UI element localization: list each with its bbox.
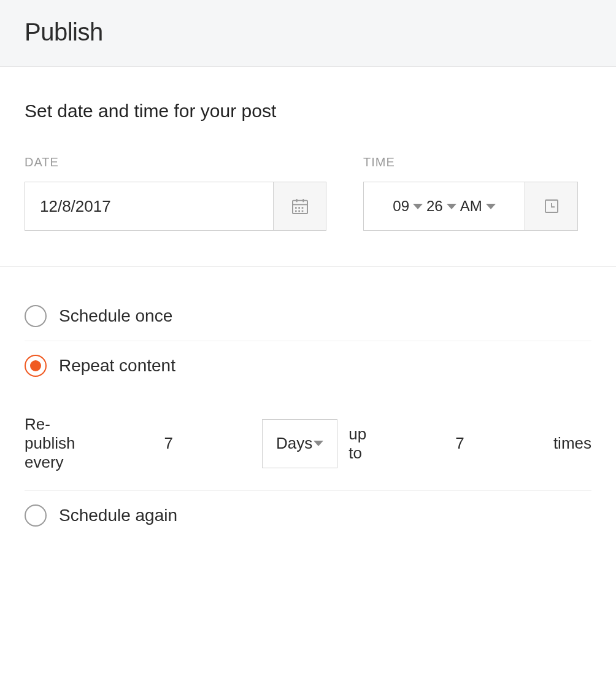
unit-value: Days (276, 434, 312, 453)
chevron-down-icon (447, 204, 456, 209)
date-text-field[interactable] (40, 197, 273, 216)
svg-rect-7 (295, 211, 297, 212)
clock-button[interactable] (525, 182, 577, 230)
calendar-icon (290, 196, 310, 216)
option-schedule-once[interactable]: Schedule once (25, 292, 591, 341)
option-repeat-label: Repeat content (59, 356, 175, 376)
times-input[interactable] (377, 419, 542, 468)
option-repeat-content[interactable]: Repeat content (25, 341, 591, 390)
radio-again[interactable] (25, 504, 47, 527)
minute-value: 26 (426, 198, 443, 215)
radio-once[interactable] (25, 305, 47, 327)
option-again-label: Schedule again (59, 506, 177, 525)
time-column: TIME 09 26 AM (363, 155, 578, 231)
date-column: DATE (25, 155, 326, 231)
chevron-down-icon (486, 204, 496, 209)
times-suffix: times (553, 434, 591, 453)
calendar-button[interactable] (273, 182, 326, 230)
page-title: Publish (25, 18, 591, 46)
datetime-row: DATE (25, 155, 591, 231)
date-label: DATE (25, 155, 326, 169)
unit-select[interactable]: Days (262, 419, 337, 468)
date-input[interactable] (25, 182, 273, 230)
svg-rect-8 (298, 211, 300, 212)
clock-icon (542, 197, 561, 215)
schedule-options: Schedule once Repeat content Re-publish … (0, 267, 616, 565)
option-schedule-again[interactable]: Schedule again (25, 491, 591, 540)
minute-select[interactable]: 26 (426, 198, 456, 215)
datetime-section: Set date and time for your post DATE (0, 67, 616, 267)
time-selects: 09 26 AM (364, 182, 525, 230)
hour-value: 09 (393, 198, 409, 215)
time-input-wrap: 09 26 AM (363, 182, 578, 231)
svg-rect-9 (301, 211, 303, 212)
chevron-down-icon (413, 204, 423, 209)
repeat-settings: Re-publish every Days up to times (25, 390, 591, 491)
svg-rect-4 (295, 207, 297, 209)
svg-rect-6 (301, 207, 303, 209)
time-label: TIME (363, 155, 578, 169)
interval-input[interactable] (86, 419, 251, 468)
chevron-down-icon (314, 441, 323, 446)
header: Publish (0, 0, 616, 67)
hour-select[interactable]: 09 (393, 198, 423, 215)
date-input-wrap (25, 182, 326, 231)
radio-repeat[interactable] (25, 355, 47, 377)
repeat-prefix: Re-publish every (25, 415, 75, 472)
upto-label: up to (348, 425, 366, 463)
section-heading: Set date and time for your post (25, 101, 591, 122)
ampm-select[interactable]: AM (460, 198, 496, 215)
ampm-value: AM (460, 198, 482, 215)
repeat-line: Re-publish every Days up to times (25, 415, 591, 472)
svg-rect-5 (298, 207, 300, 209)
option-once-label: Schedule once (59, 306, 172, 326)
